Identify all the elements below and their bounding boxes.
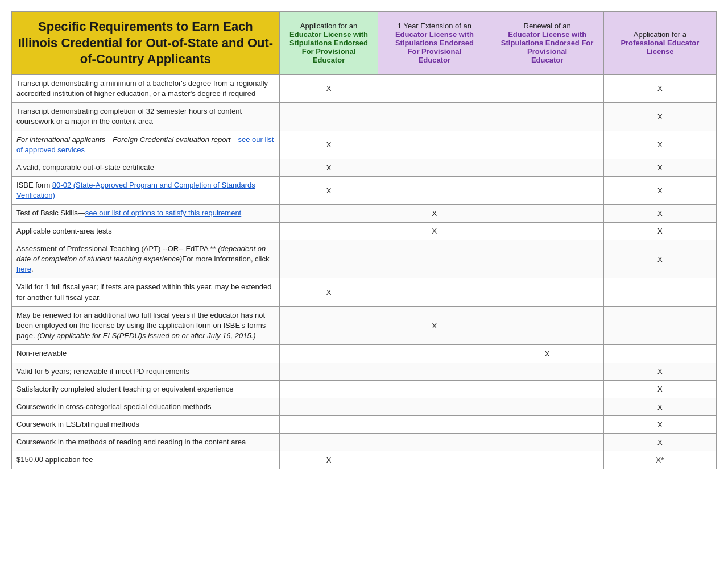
col2-cell: X <box>378 306 491 345</box>
col4-cell: X <box>603 74 716 102</box>
col1-cell: X <box>279 74 378 102</box>
col4-cell <box>603 278 716 306</box>
col3-cell <box>491 398 603 415</box>
col3-cell <box>491 451 603 469</box>
requirement-cell: Non-renewable <box>12 345 280 363</box>
col2-cell <box>378 74 491 102</box>
col3-cell <box>491 363 603 380</box>
col4-cell: X <box>603 159 716 176</box>
requirement-cell: For international applicants—Foreign Cre… <box>12 131 280 159</box>
col3-cell <box>491 278 603 306</box>
requirement-cell: Coursework in cross-categorical special … <box>12 398 280 415</box>
col2-cell <box>378 278 491 306</box>
basic-skills-link[interactable]: see our list of options to satisfy this … <box>85 209 242 217</box>
table-row: Coursework in cross-categorical special … <box>12 398 717 415</box>
col4-cell: X <box>603 177 716 205</box>
col2-cell <box>378 177 491 205</box>
col3-cell <box>491 159 603 176</box>
table-row: Valid for 1 full fiscal year; if tests a… <box>12 278 717 306</box>
table-row: ISBE form 80-02 (State-Approved Program … <box>12 177 717 205</box>
col2-cell <box>378 416 491 434</box>
col4-cell <box>603 306 716 345</box>
col4-cell: X <box>603 380 716 398</box>
col1-cell <box>279 205 378 222</box>
requirement-cell: May be renewed for an additional two ful… <box>12 306 280 345</box>
col2-cell <box>378 398 491 415</box>
col4-header: Application for a Professional Educator … <box>603 12 716 75</box>
col1-cell <box>279 434 378 451</box>
col3-cell <box>491 416 603 434</box>
requirement-cell: $150.00 application fee <box>12 451 280 469</box>
requirement-cell: ISBE form 80-02 (State-Approved Program … <box>12 177 280 205</box>
col2-cell <box>378 363 491 380</box>
table-row: Coursework in ESL/bilingual methodsX <box>12 416 717 434</box>
col2-cell: X <box>378 205 491 222</box>
col4-cell: X <box>603 222 716 240</box>
col1-cell <box>279 222 378 240</box>
col4-cell: X <box>603 398 716 415</box>
table-row: Assessment of Professional Teaching (APT… <box>12 240 717 278</box>
col3-cell <box>491 74 603 102</box>
isbe-form-link[interactable]: 80-02 (State-Approved Program and Comple… <box>16 181 255 199</box>
col3-cell <box>491 240 603 278</box>
requirement-cell: Assessment of Professional Teaching (APT… <box>12 240 280 278</box>
col4-cell: X <box>603 416 716 434</box>
col4-cell: X* <box>603 451 716 469</box>
table-main-header: Specific Requirements to Earn Each Illin… <box>12 12 280 75</box>
col2-cell <box>378 103 491 131</box>
table-row: Test of Basic Skills—see our list of opt… <box>12 205 717 222</box>
col1-cell <box>279 103 378 131</box>
col2-cell <box>378 434 491 451</box>
col2-cell <box>378 159 491 176</box>
col1-cell: X <box>279 131 378 159</box>
table-row: A valid, comparable out-of-state certifi… <box>12 159 717 176</box>
requirement-cell: Transcript demonstrating a minimum of a … <box>12 74 280 102</box>
requirement-cell: Coursework in ESL/bilingual methods <box>12 416 280 434</box>
col4-cell: X <box>603 205 716 222</box>
col2-cell <box>378 380 491 398</box>
col1-cell <box>279 398 378 415</box>
col4-cell: X <box>603 434 716 451</box>
apt-more-info-link[interactable]: here <box>16 265 31 273</box>
col2-cell <box>378 451 491 469</box>
col4-cell: X <box>603 363 716 380</box>
col1-cell <box>279 363 378 380</box>
table-row: $150.00 application feeXX* <box>12 451 717 469</box>
col3-cell <box>491 306 603 345</box>
col1-cell: X <box>279 177 378 205</box>
col3-cell <box>491 222 603 240</box>
col2-header: 1 Year Extension of an Educator License … <box>378 12 491 75</box>
table-row: Coursework in the methods of reading and… <box>12 434 717 451</box>
col3-cell <box>491 177 603 205</box>
requirement-cell: Transcript demonstrating completion of 3… <box>12 103 280 131</box>
requirement-cell: Coursework in the methods of reading and… <box>12 434 280 451</box>
col1-header: Application for an Educator License with… <box>279 12 378 75</box>
col1-cell <box>279 380 378 398</box>
col3-cell <box>491 103 603 131</box>
col3-header: Renewal of an Educator License with Stip… <box>491 12 603 75</box>
col3-cell <box>491 380 603 398</box>
main-table: Specific Requirements to Earn Each Illin… <box>11 11 717 469</box>
table-row: Valid for 5 years; renewable if meet PD … <box>12 363 717 380</box>
main-header-title: Specific Requirements to Earn Each Illin… <box>18 19 274 66</box>
col4-cell: X <box>603 103 716 131</box>
col2-cell: X <box>378 222 491 240</box>
table-row: Non-renewableX <box>12 345 717 363</box>
table-row: Transcript demonstrating completion of 3… <box>12 103 717 131</box>
requirement-cell: Test of Basic Skills—see our list of opt… <box>12 205 280 222</box>
table-row: Applicable content-area testsXX <box>12 222 717 240</box>
col3-cell <box>491 131 603 159</box>
col4-cell <box>603 345 716 363</box>
col4-cell: X <box>603 240 716 278</box>
col1-cell <box>279 240 378 278</box>
requirement-cell: Valid for 1 full fiscal year; if tests a… <box>12 278 280 306</box>
col2-cell <box>378 240 491 278</box>
col3-cell: X <box>491 345 603 363</box>
col1-cell <box>279 306 378 345</box>
requirement-cell: Applicable content-area tests <box>12 222 280 240</box>
requirement-cell: Satisfactorily completed student teachin… <box>12 380 280 398</box>
col4-cell: X <box>603 131 716 159</box>
table-row: May be renewed for an additional two ful… <box>12 306 717 345</box>
col3-cell <box>491 205 603 222</box>
col1-cell <box>279 345 378 363</box>
